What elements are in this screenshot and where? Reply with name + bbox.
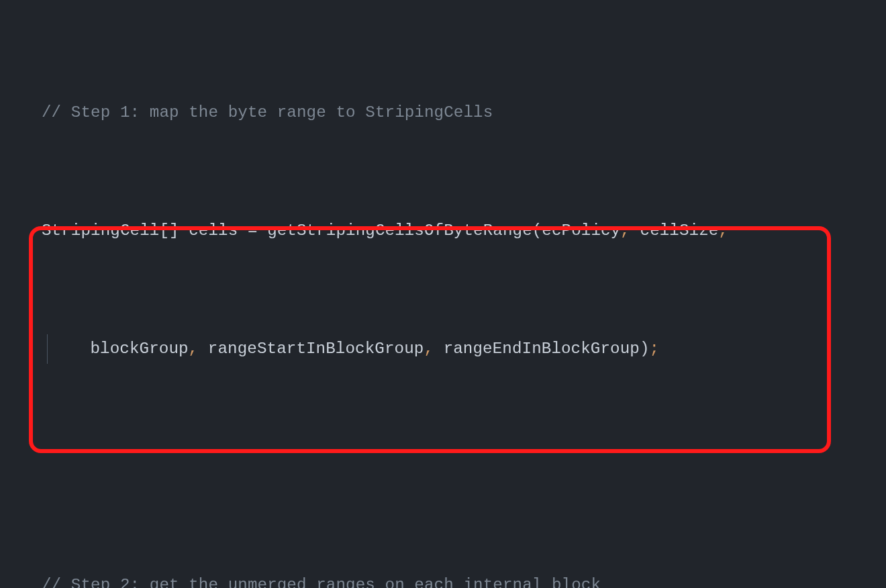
code-line-continuation: blockGroup, rangeStartInBlockGroup, rang…	[0, 334, 886, 364]
code-text: StripingCell[] cells = getStripingCellsO…	[42, 216, 620, 246]
code-line: // Step 1: map the byte range to Stripin…	[0, 98, 886, 128]
semicolon: ;	[650, 334, 660, 364]
comment-text: // Step 1: map the byte range to Stripin…	[42, 98, 493, 128]
code-text: blockGroup	[51, 334, 189, 364]
blank-line	[0, 452, 886, 482]
comma: ,	[424, 334, 434, 364]
code-line: StripingCell[] cells = getStripingCellsO…	[0, 216, 886, 246]
comma: ,	[718, 216, 728, 246]
code-text: rangeEndInBlockGroup)	[434, 334, 650, 364]
code-text: cellSize	[630, 216, 719, 246]
comment-text: // Step 2: get the unmerged ranges on ea…	[42, 571, 601, 588]
code-text: rangeStartInBlockGroup	[198, 334, 424, 364]
code-block: // Step 1: map the byte range to Stripin…	[0, 0, 886, 588]
code-line: // Step 2: get the unmerged ranges on ea…	[0, 571, 886, 588]
comma: ,	[620, 216, 630, 246]
comma: ,	[189, 334, 199, 364]
